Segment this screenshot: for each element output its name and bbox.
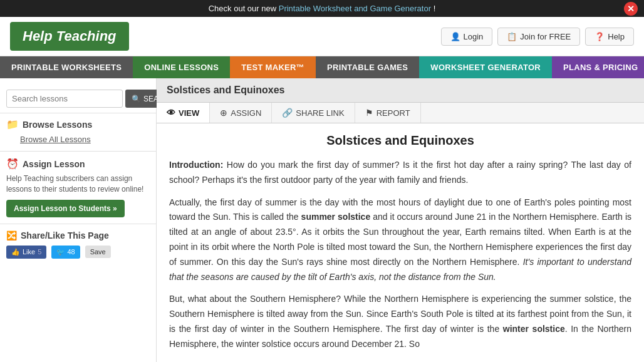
- search-row: 🔍 SEARCH: [0, 85, 156, 113]
- assign-tab-icon: ⊕: [220, 108, 227, 118]
- login-icon: 👤: [450, 32, 460, 41]
- lesson-header: Solstices and Equinoxes: [157, 78, 644, 103]
- winter-solstice-term: winter solstice: [503, 324, 565, 334]
- header-actions: 👤 Login 📋 Join for FREE ❓ Help: [441, 28, 634, 46]
- report-icon: ⚑: [365, 108, 373, 118]
- nav-printable-games[interactable]: PRINTABLE GAMES: [316, 56, 419, 78]
- browse-title-label: Browse Lessons: [23, 120, 92, 130]
- view-icon: 👁: [167, 108, 175, 118]
- share-actions: 👍 Like 5 🐦 48 Save: [6, 246, 150, 259]
- sidebar: 🔍 SEARCH 📁 Browse Lessons Browse All Les…: [0, 78, 157, 362]
- help-button[interactable]: ❓ Help: [585, 28, 634, 46]
- assign-description: Help Teaching subscribers can assign les…: [6, 173, 150, 195]
- nav-printable-worksheets[interactable]: PRINTABLE WORKSHEETS: [0, 56, 133, 78]
- browse-section: 📁 Browse Lessons Browse All Lessons: [0, 113, 156, 151]
- login-label: Login: [464, 32, 484, 41]
- facebook-like-label: Like: [23, 248, 35, 256]
- intro-label: Introduction:: [169, 160, 223, 170]
- facebook-count: 5: [38, 248, 41, 256]
- share-section-title: 🔀 Share/Like This Page: [6, 230, 150, 240]
- join-icon: 📋: [507, 32, 517, 41]
- lesson-title: Solstices and Equinoxes: [169, 133, 631, 148]
- tab-report-label: REPORT: [377, 108, 410, 118]
- search-icon: 🔍: [132, 95, 141, 103]
- banner-link[interactable]: Printable Worksheet and Game Generator: [279, 4, 431, 13]
- search-input[interactable]: [6, 90, 123, 108]
- tab-view-label: VIEW: [179, 108, 199, 118]
- share-title-label: Share/Like This Page: [21, 230, 109, 240]
- tab-share-link[interactable]: 🔗 SHARE LINK: [272, 103, 355, 123]
- login-button[interactable]: 👤 Login: [441, 28, 493, 46]
- close-banner-button[interactable]: ✕: [624, 2, 638, 16]
- save-button[interactable]: Save: [85, 246, 111, 258]
- assign-icon: ⏰: [6, 158, 19, 170]
- nav-test-maker[interactable]: TEST MAKER™: [230, 56, 316, 78]
- site-logo[interactable]: Help Teaching: [10, 22, 129, 51]
- tab-share-label: SHARE LINK: [296, 108, 344, 118]
- facebook-icon: 👍: [11, 248, 20, 256]
- tab-assign-label: ASSIGN: [231, 108, 261, 118]
- help-icon: ❓: [595, 32, 605, 41]
- lesson-tabs: 👁 VIEW ⊕ ASSIGN 🔗 SHARE LINK ⚑ REPORT: [157, 103, 644, 123]
- join-label: Join for FREE: [520, 32, 571, 41]
- facebook-like-button[interactable]: 👍 Like 5: [6, 246, 46, 259]
- browse-all-lessons-link[interactable]: Browse All Lessons: [6, 133, 150, 146]
- summer-solstice-term: summer solstice: [301, 212, 371, 222]
- lesson-body: Solstices and Equinoxes Introduction: Ho…: [157, 123, 644, 362]
- content-area: Solstices and Equinoxes 👁 VIEW ⊕ ASSIGN …: [157, 78, 644, 362]
- important-note: It's important to understand that the se…: [169, 257, 631, 282]
- assign-section-title: ⏰ Assign Lesson: [6, 158, 150, 170]
- top-banner: Check out our new Printable Worksheet an…: [0, 0, 644, 17]
- browse-icon: 📁: [6, 118, 19, 130]
- tab-view[interactable]: 👁 VIEW: [157, 103, 210, 123]
- twitter-tweet-button[interactable]: 🐦 48: [51, 246, 80, 259]
- nav-worksheet-generator[interactable]: WORKSHEET GENERATOR: [419, 56, 552, 78]
- nav-online-lessons[interactable]: ONLINE LESSONS: [133, 56, 230, 78]
- assign-title-label: Assign Lesson: [23, 159, 85, 169]
- twitter-icon: 🐦: [56, 248, 65, 256]
- nav-plans-pricing[interactable]: PLANS & PRICING: [552, 56, 644, 78]
- lesson-body-paragraph-1: Actually, the first day of summer is the…: [169, 195, 631, 285]
- tab-report[interactable]: ⚑ REPORT: [355, 103, 421, 123]
- lesson-body-paragraph-2: But, what about the Southern Hemisphere?…: [169, 292, 631, 351]
- assign-lesson-button[interactable]: Assign Lesson to Students »: [6, 200, 125, 217]
- site-header: Help Teaching 👤 Login 📋 Join for FREE ❓ …: [0, 17, 644, 56]
- main-navbar: PRINTABLE WORKSHEETS ONLINE LESSONS TEST…: [0, 56, 644, 78]
- main-layout: 🔍 SEARCH 📁 Browse Lessons Browse All Les…: [0, 78, 644, 362]
- browse-section-title: 📁 Browse Lessons: [6, 118, 150, 130]
- share-link-icon: 🔗: [282, 108, 293, 118]
- banner-text: Check out our new: [209, 4, 279, 13]
- intro-text: How do you mark the first day of summer?…: [169, 160, 631, 185]
- tab-assign[interactable]: ⊕ ASSIGN: [210, 103, 272, 123]
- share-icon: 🔀: [6, 230, 17, 240]
- lesson-intro-paragraph: Introduction: How do you mark the first …: [169, 158, 631, 188]
- tweet-count: 48: [67, 248, 75, 256]
- help-label: Help: [608, 32, 625, 41]
- share-section: 🔀 Share/Like This Page 👍 Like 5 🐦 48 Sav…: [0, 224, 156, 265]
- banner-suffix: !: [434, 4, 436, 13]
- assign-section: ⏰ Assign Lesson Help Teaching subscriber…: [0, 151, 156, 224]
- join-button[interactable]: 📋 Join for FREE: [497, 28, 580, 46]
